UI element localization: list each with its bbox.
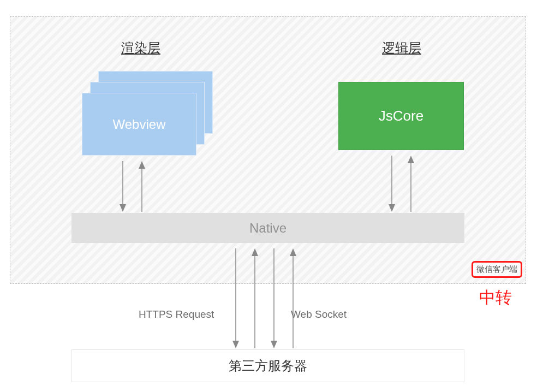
jscore-box: JsCore <box>338 82 464 150</box>
diagram-canvas: 渲染层 逻辑层 Webview JsCore Native 第三方服务器 HTT… <box>0 0 537 392</box>
webview-card-front: Webview <box>82 93 196 156</box>
svg-marker-9 <box>232 341 239 348</box>
wechat-client-annotation-label: 微信客户端 <box>476 264 517 274</box>
server-box: 第三方服务器 <box>71 349 464 382</box>
https-request-label: HTTPS Request <box>139 308 214 320</box>
svg-marker-13 <box>271 341 277 348</box>
webview-label: Webview <box>113 117 166 132</box>
logic-layer-title: 逻辑层 <box>382 39 421 57</box>
relay-annotation: 中转 <box>479 287 512 309</box>
native-label: Native <box>249 221 287 236</box>
jscore-label: JsCore <box>379 108 423 124</box>
wechat-client-annotation-box: 微信客户端 <box>472 261 522 278</box>
native-box: Native <box>71 213 464 243</box>
render-layer-title: 渲染层 <box>121 39 160 57</box>
websocket-label: Web Socket <box>291 308 347 320</box>
server-label: 第三方服务器 <box>229 357 307 375</box>
